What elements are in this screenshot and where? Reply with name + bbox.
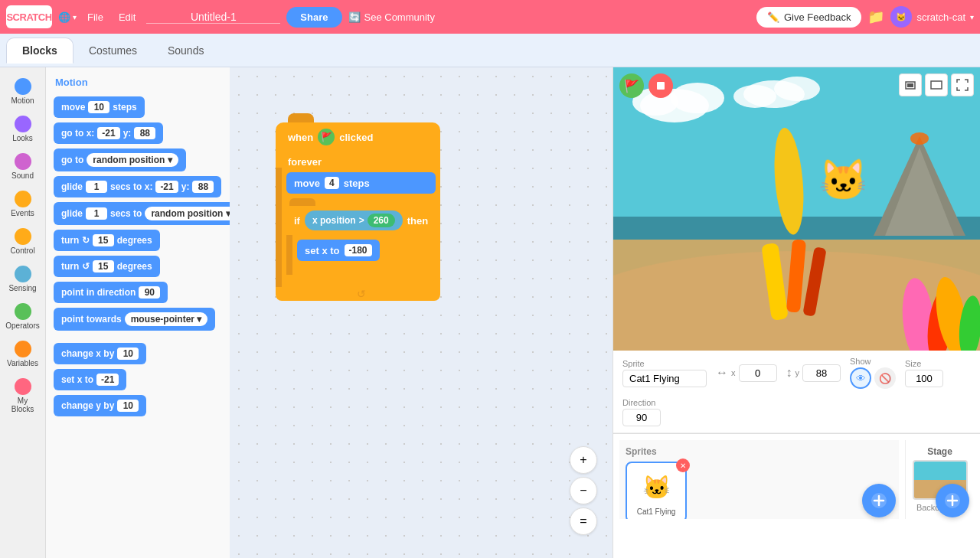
cond-then: then	[407, 215, 428, 227]
sidebar-item-operators[interactable]: Operators	[3, 299, 43, 334]
sidebar-item-looks[interactable]: Looks	[3, 111, 43, 147]
svg-rect-21	[657, 82, 665, 90]
scratch-logo[interactable]: SCRATCH	[6, 5, 52, 28]
sidebar-item-control[interactable]: Control	[3, 224, 43, 259]
direction-input[interactable]	[622, 409, 661, 426]
block-point-direction[interactable]: point in direction 90	[54, 282, 168, 303]
sidebar-item-looks-label: Looks	[12, 134, 33, 142]
zoom-in-button[interactable]: +	[570, 446, 597, 474]
script-block-move[interactable]: move 4 steps	[286, 172, 436, 194]
bottom-tray: Sprites ✕ 🐱 Cat1 Flying Stage	[613, 433, 980, 525]
category-sidebar: Motion Looks Sound Events Control Sensin…	[0, 67, 46, 558]
sprite-name-input[interactable]	[622, 370, 707, 387]
zoom-out-button[interactable]: −	[570, 477, 597, 504]
block-go-to-random[interactable]: go to random position ▾	[54, 148, 186, 171]
show-label: Show	[850, 357, 896, 366]
block-glide-xy[interactable]: glide 1 secs to x: -21 y: 88	[54, 176, 221, 197]
script-area: when 🚩 clicked forever m	[230, 67, 612, 558]
svg-rect-23	[907, 83, 913, 87]
block-glide-random[interactable]: glide 1 secs to random position ▾	[54, 202, 230, 225]
top-navigation: SCRATCH 🌐 ▾ File Edit Share 🔄 See Commun…	[0, 0, 980, 34]
hat-clicked: clicked	[339, 132, 373, 143]
sidebar-item-motion[interactable]: Motion	[3, 73, 43, 109]
show-hidden-button[interactable]: 🚫	[874, 367, 896, 389]
add-sprite-button[interactable]	[862, 484, 896, 517]
block-change-y[interactable]: change y by 10	[54, 395, 146, 416]
zoom-fit-button[interactable]: =	[570, 507, 597, 535]
globe-icon: 🌐	[58, 11, 70, 23]
sidebar-item-sound[interactable]: Sound	[3, 148, 43, 184]
editor-tabs: Blocks Costumes Sounds	[0, 34, 980, 67]
hat-flag-icon: 🚩	[318, 129, 335, 145]
blocks-panel: Motion move 10 steps go to x: -21 y: 88	[46, 67, 230, 558]
cond-val[interactable]: 260	[368, 214, 395, 227]
sidebar-item-events[interactable]: Events	[3, 186, 43, 222]
give-feedback-button[interactable]: ✏️ Give Feedback	[756, 7, 861, 28]
user-menu[interactable]: 🐱 scratch-cat ▾	[890, 6, 974, 28]
sidebar-item-sensing[interactable]: Sensing	[3, 261, 43, 297]
avatar: 🐱	[890, 6, 912, 28]
user-chevron: ▾	[970, 13, 974, 21]
right-panel: 🐱 🚩	[612, 67, 980, 558]
sidebar-item-myblocks[interactable]: My Blocks	[3, 374, 43, 418]
sidebar-item-sound-label: Sound	[11, 171, 34, 180]
block-set-x[interactable]: set x to -21	[54, 369, 126, 390]
stage-controls: 🚩	[619, 73, 673, 98]
sprite-list: Sprites ✕ 🐱 Cat1 Flying	[619, 440, 899, 519]
globe-chevron: ▾	[73, 13, 77, 21]
script-block-set-x[interactable]: set x to -180	[297, 240, 380, 261]
file-menu[interactable]: File	[83, 11, 108, 23]
language-selector[interactable]: 🌐 ▾	[58, 11, 77, 23]
x-label: x	[731, 368, 736, 377]
hat-when: when	[288, 132, 313, 143]
show-toggle: 👁 🚫	[850, 367, 896, 389]
sidebar-item-variables[interactable]: Variables	[3, 336, 43, 372]
tab-costumes[interactable]: Costumes	[74, 38, 152, 63]
tab-sounds[interactable]: Sounds	[152, 38, 219, 63]
sprite-remove-button[interactable]: ✕	[676, 458, 690, 472]
block-change-x[interactable]: change x by 10	[54, 343, 146, 364]
stage-mini-label: Stage	[927, 446, 952, 457]
project-title-input[interactable]	[146, 11, 280, 24]
sidebar-item-variables-label: Variables	[7, 359, 38, 367]
show-visible-button[interactable]: 👁	[850, 367, 871, 389]
cond-op: >	[359, 215, 364, 226]
sprite-thumbnail-cat1flying[interactable]: ✕ 🐱 Cat1 Flying	[626, 462, 687, 519]
stage-view-controls	[899, 73, 974, 96]
sprite-thumb-name: Cat1 Flying	[637, 507, 676, 516]
svg-point-8	[774, 77, 820, 101]
edit-menu[interactable]: Edit	[114, 11, 140, 23]
svg-point-9	[733, 85, 776, 108]
x-input[interactable]	[739, 364, 777, 382]
share-button[interactable]: Share	[286, 7, 341, 28]
sidebar-item-events-label: Events	[11, 209, 34, 217]
zoom-controls: + − =	[570, 446, 597, 535]
block-go-to-xy[interactable]: go to x: -21 y: 88	[54, 122, 163, 144]
stop-button[interactable]	[648, 73, 673, 98]
block-turn-ccw[interactable]: turn ↺ 15 degrees	[54, 256, 160, 277]
small-stage-button[interactable]	[899, 73, 922, 96]
size-input[interactable]	[905, 370, 943, 387]
y-input[interactable]	[802, 364, 841, 382]
block-turn-cw[interactable]: turn ↻ 15 degrees	[54, 230, 160, 251]
blocks-section-title: Motion	[55, 77, 224, 88]
svg-point-12	[910, 132, 929, 145]
folder-icon[interactable]: 📁	[867, 8, 884, 25]
block-point-towards[interactable]: point towards mouse-pointer ▾	[54, 308, 215, 331]
if-label: if	[294, 215, 300, 227]
sidebar-item-control-label: Control	[10, 246, 34, 255]
y-label: y	[795, 368, 800, 377]
sprite-label: Sprite	[622, 359, 707, 368]
block-move-steps[interactable]: move 10 steps	[54, 96, 145, 118]
svg-point-5	[671, 83, 724, 113]
forever-label: forever	[288, 156, 322, 168]
tab-blocks[interactable]: Blocks	[6, 38, 74, 64]
svg-rect-24	[931, 81, 942, 89]
cat-sprite: 🐱	[818, 156, 868, 204]
fullscreen-button[interactable]	[951, 73, 974, 96]
add-backdrop-button[interactable]	[936, 484, 969, 517]
stage-scene: 🐱	[613, 67, 980, 351]
see-community-button[interactable]: 🔄 See Community	[348, 11, 435, 23]
normal-stage-button[interactable]	[925, 73, 948, 96]
green-flag-button[interactable]: 🚩	[619, 73, 644, 98]
